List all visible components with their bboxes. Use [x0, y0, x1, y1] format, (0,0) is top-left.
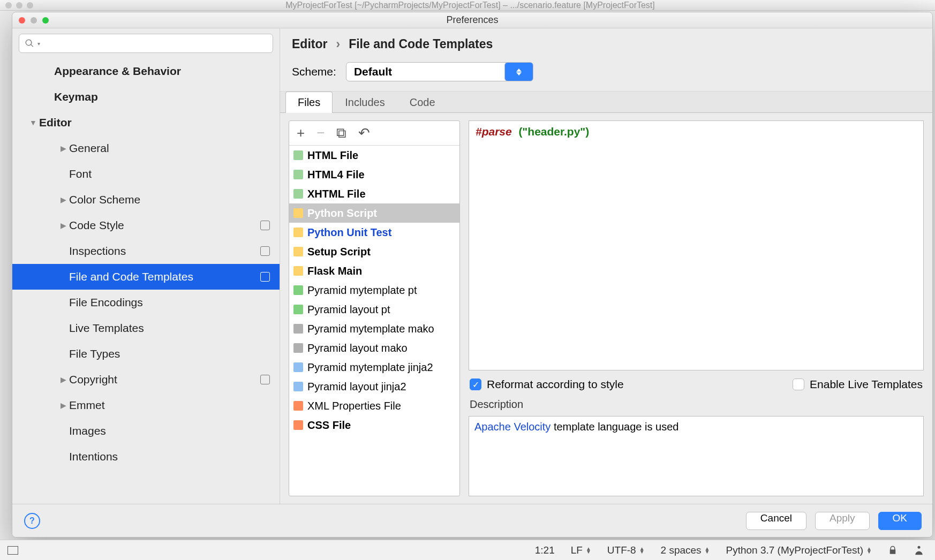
file-type-icon: [293, 420, 303, 430]
nav-copyright[interactable]: ▶Copyright: [12, 367, 280, 392]
template-item-label: Pyramid layout pt: [307, 304, 390, 316]
template-item-label: CSS File: [307, 419, 351, 432]
file-type-icon: [293, 382, 303, 391]
checkbox-unchecked-icon: [793, 379, 804, 390]
nav-keymap[interactable]: ▶Keymap: [12, 84, 280, 110]
template-item[interactable]: XHTML File: [289, 184, 459, 203]
parent-window-titlebar: MyProjectForTest [~/PycharmProjects/MyPr…: [0, 0, 935, 11]
template-item[interactable]: Setup Script: [289, 242, 459, 261]
help-button[interactable]: ?: [24, 513, 40, 529]
file-type-icon: [293, 208, 303, 218]
breadcrumb-root[interactable]: Editor: [292, 37, 327, 51]
editor-directive: #parse: [476, 125, 512, 138]
settings-search-input[interactable]: ▾: [19, 34, 273, 53]
template-item[interactable]: Pyramid mytemplate pt: [289, 281, 459, 300]
nav-color-scheme[interactable]: ▶Color Scheme: [12, 187, 280, 213]
nav-appearance-behavior[interactable]: ▶Appearance & Behavior: [12, 58, 280, 84]
inspector-icon[interactable]: [914, 545, 924, 556]
dialog-min-dot: [31, 17, 37, 24]
nav-general[interactable]: ▶General: [12, 135, 280, 161]
nav-code-style[interactable]: ▶Code Style: [12, 213, 280, 238]
template-item-label: Pyramid mytemplate jinja2: [307, 361, 433, 374]
ok-button[interactable]: OK: [878, 512, 922, 530]
template-item[interactable]: Python Unit Test: [289, 223, 459, 242]
description-box: Apache Velocity template language is use…: [469, 416, 924, 496]
template-item[interactable]: HTML4 File: [289, 165, 459, 184]
add-template-button[interactable]: +: [297, 125, 305, 141]
parent-window-title: MyProjectForTest [~/PycharmProjects/MyPr…: [285, 1, 655, 10]
nav-file-code-templates[interactable]: ▶File and Code Templates: [12, 264, 280, 290]
file-type-icon: [293, 285, 303, 295]
file-type-icon: [293, 189, 303, 199]
template-list[interactable]: HTML FileHTML4 FileXHTML FilePython Scri…: [289, 146, 459, 496]
tab-includes[interactable]: Includes: [333, 92, 397, 113]
tool-window-toggle-icon[interactable]: [7, 546, 18, 555]
nav-intentions[interactable]: ▶Intentions: [12, 444, 280, 470]
editor-arg: ("header.py"): [518, 125, 589, 138]
nav-inspections[interactable]: ▶Inspections: [12, 238, 280, 264]
file-type-icon: [293, 324, 303, 334]
template-item-label: Pyramid layout mako: [307, 342, 408, 354]
template-item[interactable]: Pyramid layout jinja2: [289, 377, 459, 396]
nav-emmet[interactable]: ▶Emmet: [12, 392, 280, 418]
dialog-zoom-dot[interactable]: [42, 17, 49, 24]
template-item-label: HTML File: [307, 149, 358, 162]
template-item[interactable]: Flask Main: [289, 261, 459, 281]
line-separator-selector[interactable]: LF▲▼: [571, 544, 591, 556]
dialog-close-dot[interactable]: [19, 17, 25, 24]
ide-status-bar: 1:21 LF▲▼ UTF-8▲▼ 2 spaces▲▼ Python 3.7 …: [0, 540, 935, 560]
breadcrumb-leaf: File and Code Templates: [349, 37, 493, 51]
settings-main: Editor › File and Code Templates Scheme:…: [280, 28, 932, 504]
template-item[interactable]: Pyramid layout mako: [289, 338, 459, 358]
template-item[interactable]: Python Script: [289, 203, 459, 223]
caret-position[interactable]: 1:21: [535, 544, 555, 556]
template-tabs: Files Includes Code: [280, 92, 932, 113]
remove-template-button[interactable]: −: [316, 125, 325, 141]
velocity-link[interactable]: Apache Velocity: [474, 421, 551, 433]
file-type-icon: [293, 228, 303, 237]
scheme-select[interactable]: Default: [346, 62, 533, 81]
reformat-checkbox[interactable]: ✓ Reformat according to style: [470, 378, 624, 391]
nav-file-encodings[interactable]: ▶File Encodings: [12, 290, 280, 315]
template-item-label: Pyramid layout jinja2: [307, 381, 406, 393]
file-type-icon: [293, 150, 303, 160]
template-item[interactable]: HTML File: [289, 146, 459, 165]
template-editor[interactable]: #parse ("header.py"): [469, 120, 924, 370]
nav-file-types[interactable]: ▶File Types: [12, 341, 280, 367]
parent-close-dot: [5, 2, 12, 9]
chevron-right-icon: ›: [336, 37, 340, 51]
template-item[interactable]: Pyramid mytemplate jinja2: [289, 358, 459, 377]
apply-button: Apply: [815, 512, 870, 530]
cancel-button[interactable]: Cancel: [746, 512, 806, 530]
indent-selector[interactable]: 2 spaces▲▼: [661, 544, 710, 556]
template-item[interactable]: CSS File: [289, 415, 459, 435]
settings-tree[interactable]: ▶Appearance & Behavior ▶Keymap ▼Editor ▶…: [12, 58, 280, 504]
lock-icon[interactable]: [888, 546, 898, 555]
parent-zoom-dot: [27, 2, 33, 9]
scheme-label: Scheme:: [292, 65, 336, 78]
scope-badge-icon: [260, 246, 270, 256]
description-label: Description: [469, 398, 924, 411]
template-item-label: HTML4 File: [307, 169, 365, 181]
template-item-label: Pyramid mytemplate mako: [307, 323, 434, 335]
copy-template-button[interactable]: ⧉: [336, 125, 346, 141]
nav-editor[interactable]: ▼Editor: [12, 110, 280, 135]
revert-template-button[interactable]: ↶: [358, 125, 370, 141]
nav-font[interactable]: ▶Font: [12, 161, 280, 187]
template-item-label: Pyramid mytemplate pt: [307, 284, 417, 297]
template-item[interactable]: Pyramid mytemplate mako: [289, 319, 459, 338]
template-item[interactable]: XML Properties File: [289, 396, 459, 415]
search-dropdown-caret: ▾: [37, 41, 40, 47]
nav-images[interactable]: ▶Images: [12, 418, 280, 444]
template-item[interactable]: Pyramid layout pt: [289, 300, 459, 319]
file-type-icon: [293, 266, 303, 276]
scheme-stepper-icon[interactable]: [504, 62, 533, 81]
nav-live-templates[interactable]: ▶Live Templates: [12, 315, 280, 341]
tab-code[interactable]: Code: [397, 92, 448, 113]
enable-live-templates-checkbox[interactable]: Enable Live Templates: [793, 378, 923, 391]
interpreter-selector[interactable]: Python 3.7 (MyProjectForTest)▲▼: [726, 544, 872, 556]
file-type-icon: [293, 247, 303, 256]
settings-sidebar: ▾ ▶Appearance & Behavior ▶Keymap ▼Editor…: [12, 28, 280, 504]
encoding-selector[interactable]: UTF-8▲▼: [607, 544, 645, 556]
tab-files[interactable]: Files: [285, 92, 333, 113]
